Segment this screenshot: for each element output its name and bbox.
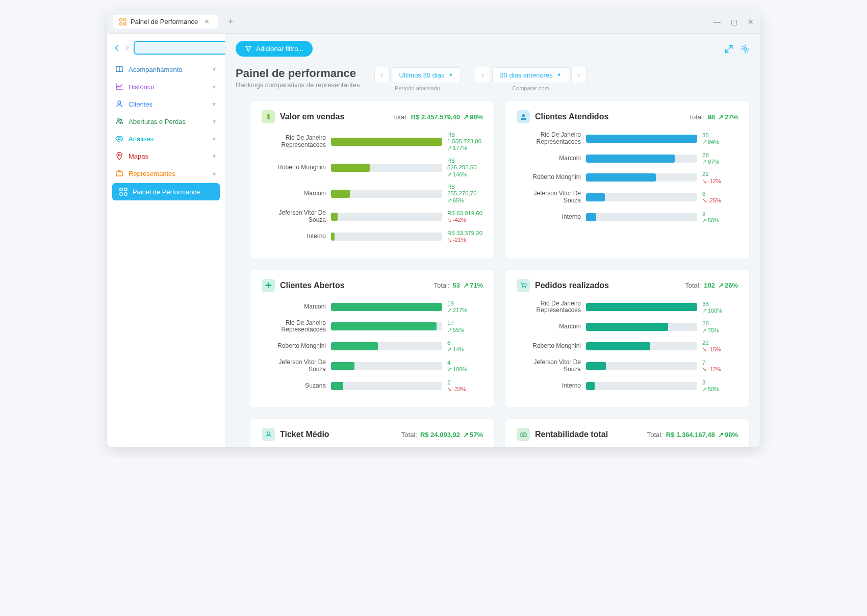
svg-rect-18 xyxy=(521,118,525,120)
bar-pct: 146% xyxy=(447,171,483,178)
bar-value: 6 xyxy=(702,191,738,197)
svg-point-19 xyxy=(522,114,525,117)
bar-pct: 100% xyxy=(447,366,483,373)
bar-stats: R$ 33.379,20 -21% xyxy=(447,230,483,243)
main-content: Adicionar filtro... Painel de performanc… xyxy=(225,34,760,447)
bar-stats: 2 -33% xyxy=(447,379,483,393)
chart-line-icon xyxy=(115,83,123,91)
total-label: Total: xyxy=(688,113,704,121)
bar-fill xyxy=(586,362,606,370)
bar-value: R$ 33.379,20 xyxy=(447,230,483,237)
bar-label: Roberto Monghini xyxy=(262,343,326,350)
search-box[interactable] xyxy=(134,41,237,55)
svg-point-23 xyxy=(522,434,524,435)
compare-next-button[interactable]: › xyxy=(571,67,586,83)
bar-fill xyxy=(586,323,668,331)
bar-stats: 28 75% xyxy=(702,320,738,333)
close-tab-icon[interactable]: ✕ xyxy=(202,18,212,25)
page-title-block: Painel de performance Rankings comparati… xyxy=(236,67,360,89)
sidebar-item-historico[interactable]: Histórico ▼ xyxy=(110,78,222,95)
bar-row: Rio De Janeiro Representacoes 35 84% xyxy=(517,132,738,146)
bar-pct: 75% xyxy=(702,327,738,334)
compare-prev-button[interactable]: ‹ xyxy=(475,67,490,83)
minimize-button[interactable]: — xyxy=(713,18,721,26)
bar-stats: 17 55% xyxy=(447,320,483,333)
bar-label: Jeferson Vitor De Souza xyxy=(262,359,326,373)
bar-fill xyxy=(586,155,675,163)
chevron-down-icon: ▼ xyxy=(212,67,217,72)
bar-pct: 87% xyxy=(702,159,738,165)
bar-track xyxy=(331,303,442,311)
sidebar-item-acompanhamento[interactable]: Acompanhamento ▼ xyxy=(110,61,222,78)
svg-rect-1 xyxy=(124,18,126,20)
sidebar-item-aberturas[interactable]: Aberturas e Perdas ▼ xyxy=(110,113,222,130)
bar-fill xyxy=(331,382,343,390)
bar-track xyxy=(586,173,697,182)
svg-point-7 xyxy=(117,119,120,121)
tab-active[interactable]: Painel de Performance ✕ xyxy=(113,15,218,29)
gear-icon[interactable] xyxy=(741,44,750,54)
sidebar-subitem-painel[interactable]: Painel de Performance xyxy=(112,183,220,200)
filter-icon xyxy=(245,45,252,53)
bar-fill xyxy=(331,213,338,221)
search-input[interactable] xyxy=(139,44,224,52)
nav-back-button[interactable] xyxy=(113,43,120,53)
add-filter-button[interactable]: Adicionar filtro... xyxy=(236,41,313,57)
bar-value: 38 xyxy=(702,301,738,307)
svg-point-9 xyxy=(118,138,120,140)
expand-icon[interactable] xyxy=(724,44,733,54)
sidebar-item-mapas[interactable]: Mapas ▼ xyxy=(110,147,222,165)
bar-pct: 84% xyxy=(702,139,738,145)
bar-label: Marconi xyxy=(517,323,581,330)
bar-label: Roberto Monghini xyxy=(262,164,326,171)
bar-label: Rio De Janeiro Representacoes xyxy=(517,300,581,315)
bar-track xyxy=(586,382,697,390)
bar-track xyxy=(586,213,697,221)
chevron-down-icon: ▼ xyxy=(212,119,217,124)
card-ticket: Ticket Médio Total: R$ 24.093,92 57% xyxy=(250,418,495,447)
maximize-button[interactable]: ▢ xyxy=(731,18,737,26)
svg-point-21 xyxy=(525,287,526,288)
person-icon xyxy=(115,100,123,108)
period-analyzed-dropdown[interactable]: Últimos 30 dias ▼ xyxy=(392,67,461,83)
bar-track xyxy=(586,362,697,370)
svg-rect-2 xyxy=(120,22,122,24)
sidebar-item-representantes[interactable]: Representantes ▼ xyxy=(110,165,222,182)
bar-fill xyxy=(586,173,656,182)
bar-stats: 35 84% xyxy=(702,132,738,145)
sidebar-item-analises[interactable]: Análises ▼ xyxy=(110,130,222,147)
bar-track xyxy=(586,135,697,143)
sidebar-item-label: Histórico xyxy=(129,83,207,91)
bar-row: Roberto Monghini 22 -12% xyxy=(517,171,738,184)
card-money: Rentabilidade total Total: R$ 1.364.167,… xyxy=(505,418,750,447)
bar-track xyxy=(331,213,442,221)
period-compare-dropdown[interactable]: 30 dias anteriores ▼ xyxy=(492,67,569,83)
bar-track xyxy=(331,233,442,241)
bar-row: Jeferson Vitor De Souza 4 100% xyxy=(262,359,483,373)
nav-forward-button[interactable] xyxy=(123,43,131,53)
svg-point-20 xyxy=(522,287,523,288)
bar-fill xyxy=(331,362,354,370)
bar-value: 7 xyxy=(702,360,738,366)
bar-fill xyxy=(586,135,697,143)
page-subtitle: Rankings comparativos de representantes xyxy=(236,81,360,89)
add-tab-button[interactable]: + xyxy=(224,14,238,29)
bar-label: Marconi xyxy=(517,155,581,162)
bar-fill xyxy=(586,193,605,201)
total-pct: 26% xyxy=(718,281,738,289)
total-value: 98 xyxy=(708,113,715,121)
bar-pct: 100% xyxy=(702,307,738,314)
bar-fill xyxy=(586,303,697,311)
sidebar-item-clientes[interactable]: Clientes ▼ xyxy=(110,95,222,113)
bar-track xyxy=(331,382,442,390)
period-prev-button[interactable]: ‹ xyxy=(374,67,390,83)
bar-value: 17 xyxy=(447,320,483,326)
bar-row: Marconi 28 87% xyxy=(517,152,738,165)
eye-icon xyxy=(115,135,123,143)
close-window-button[interactable]: ✕ xyxy=(748,18,754,26)
bar-track xyxy=(331,342,442,350)
period-analyzed-label: Período analisado xyxy=(395,85,440,91)
bar-track xyxy=(586,303,697,311)
cards-scroll[interactable]: $ Valor em vendas Total: R$ 2.457.579,40… xyxy=(225,100,760,447)
total-pct: 71% xyxy=(463,281,483,289)
